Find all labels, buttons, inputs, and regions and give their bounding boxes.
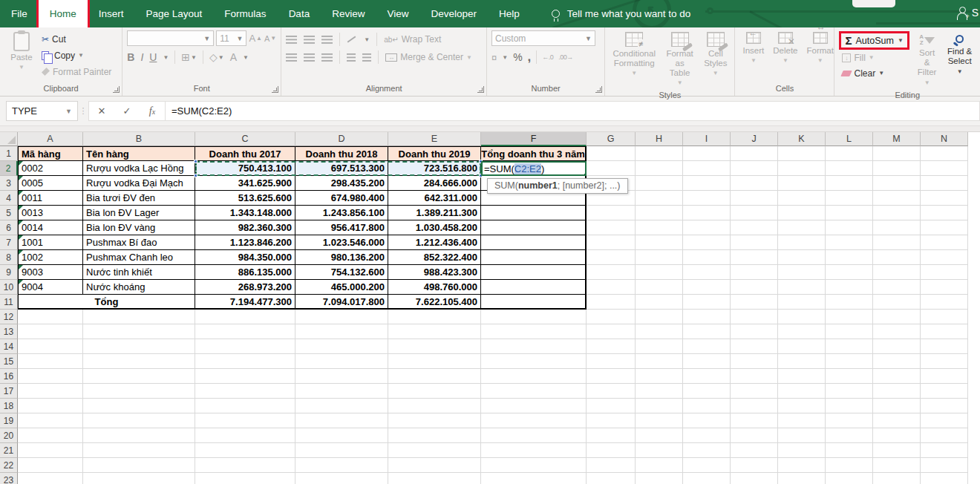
col-header-L[interactable]: L [826,132,873,146]
cell-C21[interactable] [195,443,295,458]
cell-E2[interactable]: 723.516.800 [388,161,481,176]
cell-K5[interactable] [778,206,826,220]
cell-B14[interactable] [83,339,195,354]
tab-insert[interactable]: Insert [88,0,135,27]
col-header-G[interactable]: G [587,132,636,146]
cell-F6[interactable] [481,220,587,235]
cell-N12[interactable] [921,310,968,324]
col-header-E[interactable]: E [388,132,481,146]
cell-L21[interactable] [826,443,873,458]
cell-I6[interactable] [683,220,731,235]
cell-H7[interactable] [636,235,683,250]
cell-I23[interactable] [683,473,731,484]
cell-E17[interactable] [388,384,481,399]
row-header-4[interactable]: 4 [0,191,18,206]
cell-I22[interactable] [683,458,731,473]
cell-G22[interactable] [587,458,636,473]
col-header-B[interactable]: B [83,132,195,146]
delete-cells-button[interactable]: ✕ Delete▼ [770,30,800,82]
cell-M21[interactable] [873,443,921,458]
cell-H19[interactable] [636,413,683,428]
cell-F11[interactable] [481,295,587,310]
cell-B12[interactable] [83,310,195,324]
cell-H18[interactable] [636,399,683,413]
cell-G1[interactable] [587,146,636,161]
font-size-combo[interactable]: 11▼ [216,30,246,46]
cell-M11[interactable] [873,295,921,310]
cell-L19[interactable] [826,413,873,428]
row-header-22[interactable]: 22 [0,458,18,473]
cell-M10[interactable] [873,280,921,295]
cell-I20[interactable] [683,428,731,443]
cell-G19[interactable] [587,413,636,428]
cell-B9[interactable]: Nước tinh khiết [83,265,195,280]
cell-B10[interactable]: Nước khoáng [83,280,195,295]
cell-N2[interactable] [921,161,968,176]
cell-J16[interactable] [731,369,778,384]
cell-D3[interactable]: 298.435.200 [295,176,388,191]
cell-C12[interactable] [195,310,295,324]
cell-J8[interactable] [731,250,778,265]
cell-M14[interactable] [873,339,921,354]
cell-K11[interactable] [778,295,826,310]
font-color-button[interactable]: A [230,51,237,63]
cell-J23[interactable] [731,473,778,484]
cell-A14[interactable] [18,339,83,354]
cell-G14[interactable] [587,339,636,354]
clear-button[interactable]: Clear▼ [839,66,909,80]
cell-K20[interactable] [778,428,826,443]
cell-I17[interactable] [683,384,731,399]
cell-D8[interactable]: 980.136.200 [295,250,388,265]
cell-E12[interactable] [388,310,481,324]
cell-G21[interactable] [587,443,636,458]
cell-A7[interactable]: 1001 [18,235,83,250]
cell-J1[interactable] [731,146,778,161]
cell-J2[interactable] [731,161,778,176]
cell-E6[interactable]: 1.030.458.200 [388,220,481,235]
cell-J21[interactable] [731,443,778,458]
row-header-6[interactable]: 6 [0,220,18,235]
cell-C20[interactable] [195,428,295,443]
cell-L18[interactable] [826,399,873,413]
cell-H3[interactable] [636,176,683,191]
insert-function-button[interactable]: fx [140,105,165,117]
cell-K21[interactable] [778,443,826,458]
merge-center-button[interactable]: ↔ Merge & Center▼ [385,50,472,65]
cell-N23[interactable] [921,473,968,484]
cell-K9[interactable] [778,265,826,280]
cell-N15[interactable] [921,354,968,369]
conditional-formatting-button[interactable]: Conditional Formatting▼ [610,30,659,89]
cell-N10[interactable] [921,280,968,295]
cell-F18[interactable] [481,399,587,413]
cell-I18[interactable] [683,399,731,413]
fill-handle[interactable] [584,173,587,176]
cell-K10[interactable] [778,280,826,295]
cell-A21[interactable] [18,443,83,458]
cell-B20[interactable] [83,428,195,443]
cell-K14[interactable] [778,339,826,354]
cell-K6[interactable] [778,220,826,235]
row-header-13[interactable]: 13 [0,324,18,339]
cell-A18[interactable] [18,399,83,413]
tab-formulas[interactable]: Formulas [213,0,277,27]
cell-D9[interactable]: 754.132.600 [295,265,388,280]
cell-G6[interactable] [587,220,636,235]
align-top-button[interactable] [286,36,297,44]
col-header-F[interactable]: F [481,132,587,146]
cell-N6[interactable] [921,220,968,235]
cell-I21[interactable] [683,443,731,458]
cell-I19[interactable] [683,413,731,428]
copy-button[interactable]: Copy▼ [42,48,111,62]
col-header-K[interactable]: K [778,132,826,146]
cell-I9[interactable] [683,265,731,280]
cell-E18[interactable] [388,399,481,413]
row-header-21[interactable]: 21 [0,443,18,458]
cell-J6[interactable] [731,220,778,235]
cell-H16[interactable] [636,369,683,384]
cell-A17[interactable] [18,384,83,399]
cell-M7[interactable] [873,235,921,250]
cell-B16[interactable] [83,369,195,384]
align-right-button[interactable] [321,53,333,62]
format-cells-button[interactable]: ↔ Format▼ [803,30,836,82]
row-header-12[interactable]: 12 [0,310,18,324]
